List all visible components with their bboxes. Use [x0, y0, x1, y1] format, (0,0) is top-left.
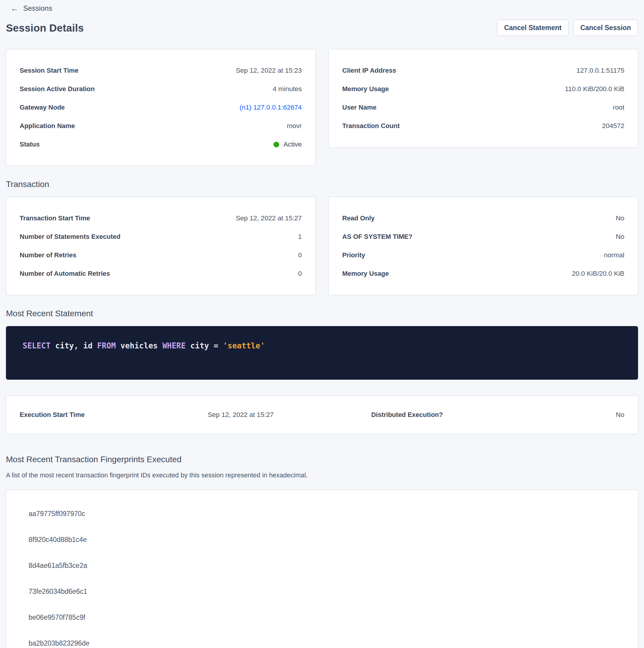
summary-row-session-start-time: Session Start Time Sep 12, 2022 at 15:23 — [20, 61, 302, 80]
sql-keyword: WHERE — [163, 341, 186, 350]
cancel-session-button[interactable]: Cancel Session — [573, 20, 638, 36]
summary-value: 20.0 KiB/20.0 KiB — [572, 270, 624, 277]
summary-label: Number of Automatic Retries — [20, 270, 110, 277]
summary-value: normal — [604, 251, 624, 259]
sql-statement-block: SELECT city, id FROM vehicles WHERE city… — [6, 326, 638, 380]
fingerprint-id: 8f920c40d88b1c4e — [6, 527, 638, 553]
page-header: Session Details Cancel Statement Cancel … — [6, 20, 638, 36]
execution-start-time-item: Execution Start Time Sep 12, 2022 at 15:… — [20, 411, 274, 419]
summary-value: 0 — [298, 270, 302, 277]
breadcrumb-label: Sessions — [23, 4, 52, 12]
transaction-card-left: Transaction Start Time Sep 12, 2022 at 1… — [6, 197, 315, 295]
summary-value: Sep 12, 2022 at 15:23 — [236, 67, 302, 74]
summary-row-as-of-system-time: AS OF SYSTEM TIME? No — [342, 227, 624, 246]
summary-row-session-active-duration: Session Active Duration 4 minutes — [20, 80, 302, 98]
summary-row-statements-executed: Number of Statements Executed 1 — [20, 227, 302, 246]
summary-value: No — [616, 233, 624, 240]
summary-label: Distributed Execution? — [371, 411, 443, 419]
cancel-statement-button[interactable]: Cancel Statement — [497, 20, 569, 36]
summary-value: root — [613, 104, 624, 111]
transaction-section-heading: Transaction — [6, 179, 638, 189]
summary-row-memory-usage: Memory Usage 110.0 KiB/200.0 KiB — [342, 80, 624, 98]
summary-row-status: Status Active — [20, 135, 302, 154]
summary-label: Number of Statements Executed — [20, 233, 121, 240]
sessions-back-link[interactable]: ← Sessions — [11, 4, 52, 12]
gateway-node-link[interactable]: (n1) 127.0.0.1:62674 — [240, 104, 302, 111]
summary-label: Session Active Duration — [20, 85, 95, 93]
summary-row-priority: Priority normal — [342, 246, 624, 264]
transaction-card-right: Read Only No AS OF SYSTEM TIME? No Prior… — [329, 197, 638, 295]
transaction-grid: Transaction Start Time Sep 12, 2022 at 1… — [6, 197, 638, 295]
summary-row-transaction-count: Transaction Count 204572 — [342, 117, 624, 135]
summary-row-retries: Number of Retries 0 — [20, 246, 302, 264]
summary-label: Priority — [342, 251, 365, 259]
session-details-page: ← Sessions Session Details Cancel Statem… — [0, 0, 644, 648]
summary-label: Transaction Count — [342, 122, 400, 130]
fingerprint-id: aa79775ff097970c — [6, 501, 638, 527]
summary-value: movr — [287, 122, 302, 130]
sql-keyword: SELECT — [22, 341, 51, 350]
fingerprints-section-heading: Most Recent Transaction Fingerprints Exe… — [6, 455, 638, 464]
summary-row-automatic-retries: Number of Automatic Retries 0 — [20, 264, 302, 283]
summary-value: 110.0 KiB/200.0 KiB — [565, 85, 624, 93]
fingerprint-id: 8d4ae61a5fb3ce2a — [6, 553, 638, 579]
fingerprint-id: be06e9570f785c9f — [6, 604, 638, 631]
page-title: Session Details — [6, 22, 84, 34]
summary-row-client-ip: Client IP Address 127.0.0.1:51175 — [342, 61, 624, 80]
summary-value: 4 minutes — [273, 85, 302, 93]
summary-label: Number of Retries — [20, 251, 76, 259]
sql-plain: city, id — [51, 341, 97, 350]
sql-keyword: FROM — [97, 341, 116, 350]
summary-row-txn-memory-usage: Memory Usage 20.0 KiB/20.0 KiB — [342, 264, 624, 283]
summary-value: No — [616, 411, 624, 419]
summary-value: 127.0.0.1:51175 — [576, 67, 624, 74]
summary-value: Sep 12, 2022 at 15:27 — [208, 411, 274, 419]
summary-value: Sep 12, 2022 at 15:27 — [236, 214, 302, 222]
summary-label: Gateway Node — [20, 104, 65, 111]
statement-section-heading: Most Recent Statement — [6, 309, 638, 318]
fingerprints-description: A list of the most recent transaction fi… — [6, 471, 638, 479]
fingerprints-card: aa79775ff097970c 8f920c40d88b1c4e 8d4ae6… — [6, 490, 638, 648]
summary-label: Read Only — [342, 214, 375, 222]
sql-string-literal: 'seattle' — [223, 341, 265, 350]
summary-row-read-only: Read Only No — [342, 209, 624, 227]
summary-label: Execution Start Time — [20, 411, 84, 419]
summary-label: AS OF SYSTEM TIME? — [342, 233, 412, 240]
execution-card: Execution Start Time Sep 12, 2022 at 15:… — [6, 396, 638, 434]
summary-row-user-name: User Name root — [342, 98, 624, 117]
status-active-dot — [274, 142, 279, 147]
summary-label: Client IP Address — [342, 67, 396, 74]
session-summary-card-left: Session Start Time Sep 12, 2022 at 15:23… — [6, 49, 315, 166]
status-badge: Active — [274, 141, 302, 148]
sql-plain: vehicles — [116, 341, 163, 350]
session-summary-card-right: Client IP Address 127.0.0.1:51175 Memory… — [329, 49, 638, 147]
fingerprint-id: 73fe26034bd6e6c1 — [6, 579, 638, 604]
summary-label: Application Name — [20, 122, 75, 130]
summary-row-application-name: Application Name movr — [20, 117, 302, 135]
back-arrow-icon: ← — [11, 4, 18, 12]
status-text: Active — [284, 141, 302, 148]
summary-label: Session Start Time — [20, 67, 78, 74]
summary-label: Memory Usage — [342, 270, 389, 277]
summary-label: Status — [20, 141, 40, 148]
header-actions: Cancel Statement Cancel Session — [497, 20, 638, 36]
summary-label: Transaction Start Time — [20, 214, 90, 222]
summary-value: 1 — [298, 233, 302, 240]
summary-label: User Name — [342, 104, 376, 111]
sql-statement-text: SELECT city, id FROM vehicles WHERE city… — [22, 341, 622, 351]
fingerprint-id: ba2b203b823296de — [6, 631, 638, 648]
summary-label: Memory Usage — [342, 85, 389, 93]
summary-value: No — [616, 214, 624, 222]
summary-row-transaction-start-time: Transaction Start Time Sep 12, 2022 at 1… — [20, 209, 302, 227]
distributed-execution-item: Distributed Execution? No — [274, 411, 624, 419]
summary-row-gateway-node: Gateway Node (n1) 127.0.0.1:62674 — [20, 98, 302, 117]
session-summary-grid: Session Start Time Sep 12, 2022 at 15:23… — [6, 49, 638, 166]
summary-value: 204572 — [602, 122, 624, 130]
summary-value: 0 — [298, 251, 302, 259]
sql-plain: city = — [186, 341, 223, 350]
